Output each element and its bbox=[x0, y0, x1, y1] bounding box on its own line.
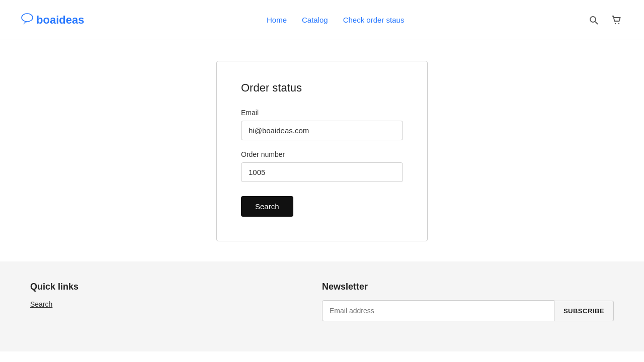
svg-point-0 bbox=[22, 14, 33, 22]
order-number-input[interactable] bbox=[241, 162, 403, 182]
main-nav: Home Catalog Check order staus bbox=[267, 16, 404, 24]
newsletter-section: Newsletter SUBSCRIBE bbox=[322, 282, 614, 321]
order-status-card: Order status Email Order number Search bbox=[216, 61, 428, 241]
email-input[interactable] bbox=[241, 121, 403, 140]
cart-icon-button[interactable] bbox=[609, 13, 624, 28]
order-number-label: Order number bbox=[241, 150, 403, 158]
order-status-title: Order status bbox=[241, 81, 403, 95]
main-content: Order status Email Order number Search bbox=[0, 40, 644, 261]
logo-text: boaideas bbox=[36, 14, 84, 27]
logo[interactable]: boaideas bbox=[20, 12, 84, 28]
email-label: Email bbox=[241, 109, 403, 117]
quick-links-title: Quick links bbox=[30, 282, 322, 292]
nav-catalog[interactable]: Catalog bbox=[302, 16, 328, 24]
newsletter-form: SUBSCRIBE bbox=[322, 300, 614, 321]
site-footer: Quick links Search Newsletter SUBSCRIBE bbox=[0, 261, 644, 351]
newsletter-email-input[interactable] bbox=[322, 300, 554, 321]
order-number-form-group: Order number bbox=[241, 150, 403, 182]
site-header: boaideas Home Catalog Check order staus bbox=[0, 0, 644, 40]
logo-icon bbox=[20, 12, 34, 28]
nav-check-order[interactable]: Check order staus bbox=[343, 16, 405, 24]
svg-line-2 bbox=[595, 22, 598, 24]
footer-search-link[interactable]: Search bbox=[30, 300, 322, 308]
newsletter-title: Newsletter bbox=[322, 282, 614, 292]
nav-home[interactable]: Home bbox=[267, 16, 287, 24]
search-icon-button[interactable] bbox=[587, 13, 601, 27]
search-button[interactable]: Search bbox=[241, 196, 293, 217]
svg-point-3 bbox=[615, 23, 616, 24]
email-form-group: Email bbox=[241, 109, 403, 140]
subscribe-button[interactable]: SUBSCRIBE bbox=[554, 301, 614, 321]
quick-links-section: Quick links Search bbox=[30, 282, 322, 321]
svg-point-4 bbox=[618, 23, 619, 24]
svg-point-1 bbox=[590, 17, 596, 22]
header-icons bbox=[587, 13, 624, 28]
